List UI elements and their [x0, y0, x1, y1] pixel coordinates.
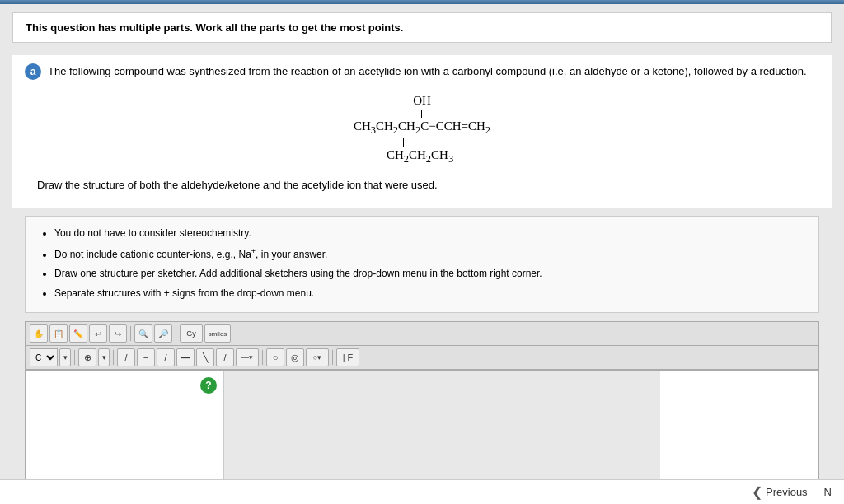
redo-button[interactable]: ↪ [109, 324, 127, 343]
ring-dropdown[interactable]: ○▾ [306, 348, 329, 366]
info-item-1: You do not have to consider stereochemis… [54, 225, 806, 243]
charge-button[interactable]: ⊕ [78, 348, 96, 366]
zoom-out-button[interactable]: 🔎 [154, 324, 172, 343]
bond-back-button[interactable]: ╲ [196, 348, 214, 366]
part-label: a [25, 63, 41, 80]
copy-tool-button[interactable]: 📋 [49, 324, 68, 343]
sketcher-container: ✋ 📋 ✏️ ↩ ↪ 🔍 🔎 Gy smiles C ▾ ⊕ ▾ / − / — [25, 321, 819, 503]
separator-5 [262, 350, 263, 365]
draw-instruction: Draw the structure of both the aldehyde/… [37, 179, 807, 191]
separator-4 [113, 350, 114, 365]
separator-3 [74, 350, 75, 365]
chem-oh: OH [413, 94, 431, 107]
bond-single-button[interactable]: / [117, 348, 135, 366]
dropdown-arrow-1[interactable]: ▾ [59, 348, 71, 366]
carbon-dropdown[interactable]: C [30, 348, 58, 366]
gy-button[interactable]: Gy [180, 324, 203, 343]
sketcher-toolbar-row1: ✋ 📋 ✏️ ↩ ↪ 🔍 🔎 Gy smiles [25, 321, 819, 345]
dropdown-arrow-2[interactable]: ▾ [98, 348, 110, 366]
main-content: This question has multiple parts. Work a… [0, 4, 844, 504]
chem-main-line: CH3CH2CH2C≡CCH=CH2 [354, 119, 490, 133]
chevron-left-icon: ❮ [752, 484, 762, 500]
next-label: N [824, 486, 832, 498]
ring2-button[interactable]: ◎ [286, 348, 304, 366]
pencil-tool-button[interactable]: ✏️ [69, 324, 87, 343]
bond-single2-button[interactable]: / [157, 348, 175, 366]
info-box: You do not have to consider stereochemis… [25, 216, 819, 313]
bond-dash2-button[interactable]: / [216, 348, 234, 366]
info-item-2: Do not include cationic counter-ions, e.… [54, 245, 806, 264]
bond-dash-button[interactable]: − [137, 348, 155, 366]
info-item-4: Separate structures with + signs from th… [54, 285, 806, 303]
previous-button[interactable]: ❮ Previous [743, 481, 816, 503]
part-description: The following compound was synthesized f… [48, 63, 807, 80]
question-header: This question has multiple parts. Work a… [12, 12, 832, 43]
zoom-in-button[interactable]: 🔍 [134, 324, 152, 343]
hand-tool-button[interactable]: ✋ [30, 324, 48, 343]
undo-button[interactable]: ↩ [89, 324, 107, 343]
bond-solid-button[interactable]: — [176, 348, 195, 366]
help-icon[interactable]: ? [200, 377, 217, 394]
ring1-button[interactable]: ○ [266, 348, 284, 366]
question-header-text: This question has multiple parts. Work a… [26, 21, 403, 34]
chemical-structure: OH CH3CH2CH2C≡CCH=CH2 [25, 92, 819, 166]
part-header: a The following compound was synthesized… [25, 63, 819, 80]
question-body: a The following compound was synthesized… [12, 55, 832, 208]
next-button[interactable]: N [816, 483, 840, 502]
separator-6 [332, 350, 333, 365]
previous-label: Previous [766, 486, 808, 498]
info-item-3: Draw one structure per sketcher. Add add… [54, 265, 806, 283]
info-list: You do not have to consider stereochemis… [38, 225, 806, 302]
bond-dropdown[interactable]: —▾ [236, 348, 259, 366]
bottom-nav: ❮ Previous N [0, 479, 844, 504]
chem-bottom-line: CH2CH2CH3 [387, 148, 453, 161]
separator-2 [176, 326, 176, 341]
sketcher-toolbar-row2: C ▾ ⊕ ▾ / − / — ╲ / —▾ ○ ◎ ○▾ | F [25, 345, 819, 370]
smiles-button[interactable]: smiles [204, 324, 231, 343]
separator-1 [130, 326, 131, 341]
charge-sign-button[interactable]: | F [336, 348, 359, 366]
